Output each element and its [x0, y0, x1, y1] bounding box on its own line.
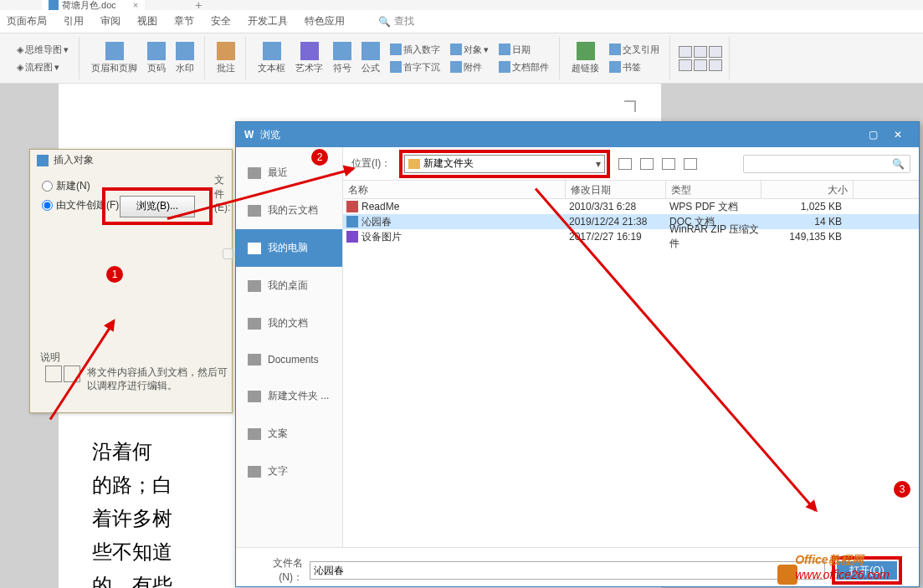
new-folder-icon[interactable] [640, 158, 654, 170]
desc-text: 将文件内容插入到文档，然后可以调程序进行编辑。 [87, 366, 229, 392]
crossref-button[interactable]: 交叉引用 [606, 42, 663, 58]
up-folder-icon[interactable] [618, 158, 632, 170]
file-row[interactable]: 设备图片 2017/2/27 16:19 WinRAR ZIP 压缩文件 149… [343, 229, 919, 244]
mindmap-button[interactable]: ◈ 思维导图 ▾ [13, 42, 72, 58]
folder-icon [248, 391, 261, 402]
computer-icon [248, 243, 261, 254]
layout-icon-3[interactable] [709, 46, 722, 58]
docpart-button[interactable]: 文档部件 [495, 59, 552, 75]
wps-logo-icon: W [244, 129, 254, 141]
delete-icon[interactable] [662, 158, 675, 170]
desc-label: 说明 [40, 350, 60, 365]
header-footer-button[interactable]: 页眉和页脚 [88, 40, 141, 76]
object-button[interactable]: 对象 ▾ [447, 42, 492, 58]
search-icon: 🔍 [892, 158, 905, 170]
watermark-button[interactable]: 水印 [172, 40, 197, 76]
dialog-icon [37, 155, 49, 166]
col-date: 修改日期 [566, 181, 666, 198]
watermark: Office教程网 www.office26.com [795, 553, 890, 581]
sidebar-newfolder[interactable]: 新建文件夹 ... [236, 377, 342, 415]
location-dropdown[interactable]: 新建文件夹 ▾ [404, 155, 605, 173]
col-size: 大小 [761, 181, 854, 198]
sidebar-computer[interactable]: 我的电脑 [236, 229, 342, 267]
chevron-down-icon: ▾ [596, 158, 601, 170]
sidebar-desktop[interactable]: 我的桌面 [236, 267, 342, 304]
clock-icon [248, 167, 261, 179]
folder-icon [248, 318, 261, 330]
browse-highlight-box: 浏览(B)... [102, 187, 213, 225]
annotation-button[interactable]: 批注 [213, 40, 238, 76]
page-corner-mark [624, 100, 636, 112]
insert-num-button[interactable]: 插入数字 [387, 42, 444, 58]
bookmark-button[interactable]: 书签 [606, 59, 663, 75]
ribbon-tab-review[interactable]: 审阅 [100, 11, 121, 32]
badge-1: 1 [106, 266, 123, 283]
filename-input[interactable] [310, 561, 825, 580]
browse-main: 位置(I)： 新建文件夹 ▾ 🔍 名称 [343, 147, 919, 547]
file-search[interactable]: 🔍 [743, 155, 910, 173]
insert-dialog-title: 插入对象 [30, 150, 232, 171]
layout-icon-5[interactable] [694, 59, 707, 71]
layout-icon-4[interactable] [679, 59, 692, 71]
layout-icon-6[interactable] [709, 59, 722, 71]
file-row[interactable]: ReadMe 2010/3/31 6:28 WPS PDF 文档 1,025 K… [343, 199, 919, 214]
col-name: 名称 [343, 181, 566, 198]
sidebar-documents-en[interactable]: Documents [236, 342, 342, 377]
ribbon-toolbar: ◈ 思维导图 ▾ ◈ 流程图 ▾ 页眉和页脚 页码 水印 批注 文本框 艺术字 … [0, 33, 923, 84]
new-tab-button[interactable]: + [195, 0, 202, 12]
ribbon-tab-security[interactable]: 安全 [211, 11, 231, 32]
tab-label: 荷塘月色.doc [62, 0, 116, 12]
browse-title: 浏览 [260, 128, 860, 142]
ribbon-tab-special[interactable]: 特色应用 [305, 11, 345, 32]
doc-icon-1 [45, 366, 62, 382]
tab-bar: 荷塘月色.doc × + [0, 0, 923, 10]
sidebar-text[interactable]: 文字 [236, 453, 342, 490]
cloud-icon [248, 205, 261, 217]
file-list-header[interactable]: 名称 修改日期 类型 大小 [343, 181, 919, 199]
wordart-button[interactable]: 艺术字 [292, 40, 326, 76]
document-tab[interactable]: 荷塘月色.doc × [42, 0, 145, 10]
filename-label: 文件名(N)： [253, 556, 303, 585]
layout-icon-1[interactable] [679, 46, 692, 58]
ribbon-tab-dev[interactable]: 开发工具 [248, 11, 288, 32]
file-row[interactable]: 沁园春 2019/12/24 21:38 DOC 文档 14 KB [343, 214, 919, 229]
ribbon-tab-layout[interactable]: 页面布局 [7, 11, 47, 32]
symbol-button[interactable]: 符号 [330, 40, 355, 76]
maximize-button[interactable]: ▢ [860, 129, 885, 141]
date-button[interactable]: 日期 [495, 42, 552, 58]
ribbon-search[interactable]: 🔍 查找 [378, 14, 414, 28]
ribbon-tab-references[interactable]: 引用 [64, 11, 84, 32]
sidebar-documents[interactable]: 我的文档 [236, 304, 342, 342]
attachment-button[interactable]: 附件 [447, 59, 492, 75]
insert-object-dialog: 插入对象 新建(N) 由文件创建(F) 文件(E): 浏览(B)... 链接(L… [29, 149, 233, 413]
location-value: 新建文件夹 [423, 156, 474, 171]
zip-icon [346, 231, 358, 243]
sidebar-copy[interactable]: 文案 [236, 415, 342, 453]
ribbon-tab-section[interactable]: 章节 [174, 11, 194, 32]
textbox-button[interactable]: 文本框 [254, 40, 289, 76]
desktop-icon [248, 280, 261, 292]
page-num-button[interactable]: 页码 [144, 40, 169, 76]
folder-icon [408, 159, 420, 169]
browse-toolbar: 位置(I)： 新建文件夹 ▾ 🔍 [343, 147, 919, 181]
folder-icon [248, 466, 261, 478]
folder-icon [248, 354, 261, 366]
ribbon-tab-view[interactable]: 视图 [137, 11, 157, 32]
tab-close-icon[interactable]: × [133, 0, 138, 10]
location-highlight-box: 新建文件夹 ▾ [399, 150, 610, 178]
badge-2: 2 [311, 149, 328, 166]
formula-button[interactable]: 公式 [358, 40, 383, 76]
doc-icon [49, 0, 59, 10]
dropcap-button[interactable]: 首字下沉 [387, 59, 444, 75]
hyperlink-button[interactable]: 超链接 [568, 40, 603, 76]
view-icon[interactable] [684, 158, 697, 170]
col-type: 类型 [666, 181, 761, 198]
doc-icon [346, 216, 358, 228]
flowchart-button[interactable]: ◈ 流程图 ▾ [13, 59, 72, 75]
close-button[interactable]: ✕ [885, 129, 910, 141]
browse-titlebar[interactable]: W 浏览 ▢ ✕ [236, 122, 919, 147]
search-placeholder: 查找 [394, 14, 414, 28]
layout-icon-2[interactable] [694, 46, 707, 58]
folder-icon [248, 428, 261, 440]
pdf-icon [346, 201, 358, 212]
